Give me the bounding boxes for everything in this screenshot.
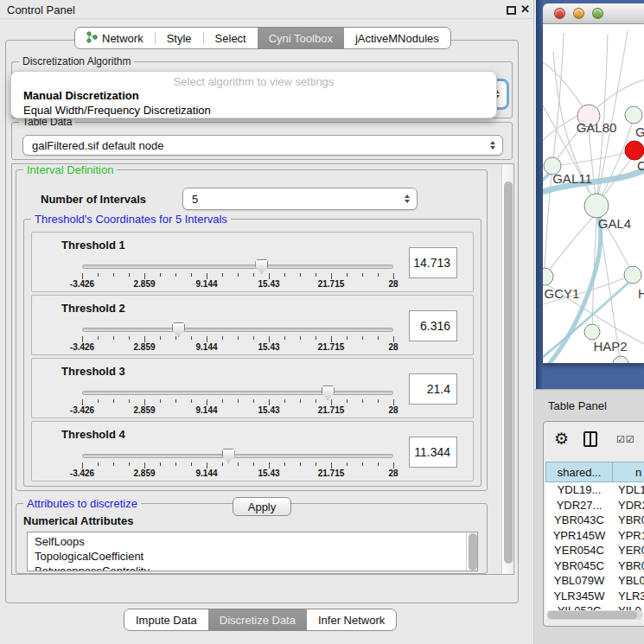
panel-title: Control Panel <box>7 3 75 16</box>
slider-tick <box>284 273 285 277</box>
slider-tick <box>378 336 379 340</box>
table-column-header-0[interactable]: shared... <box>545 462 613 482</box>
table-row[interactable]: YBR043CYBR0 <box>545 513 644 528</box>
slider-tick <box>238 336 239 340</box>
tab-cyni-toolbox[interactable]: Cyni Toolbox <box>258 28 344 48</box>
table-cell: YDR2 <box>613 498 644 513</box>
attributes-group-title: Attributes to discretize <box>23 497 141 510</box>
threshold-value-field[interactable]: 21.4 <box>409 373 457 405</box>
numerical-attributes-label: Numerical Attributes <box>23 514 133 527</box>
slider-tick-label: 2.859 <box>133 342 155 352</box>
table-row[interactable]: YLR345WYLR3 <box>545 589 644 604</box>
attributes-list-scrollbar[interactable] <box>466 532 477 571</box>
table-horizontal-scrollbar[interactable] <box>546 610 643 620</box>
table-row[interactable]: YDL19...YDL1 <box>545 482 644 498</box>
slider-tick-label: -3.426 <box>70 279 94 289</box>
tab-impute-data[interactable]: Impute Data <box>124 609 208 630</box>
network-node-hap2[interactable] <box>584 324 600 340</box>
slider-tick-label: 28 <box>388 469 398 478</box>
threshold-value-field[interactable]: 14.713 <box>409 247 457 278</box>
network-node-gcy1[interactable] <box>543 268 553 285</box>
table-cell: YPR145W <box>545 528 613 544</box>
tab-label: Infer Network <box>318 614 385 627</box>
network-node-c[interactable] <box>625 141 644 160</box>
table-row[interactable]: YDR27...YDR2 <box>545 498 644 513</box>
float-window-icon[interactable] <box>507 6 516 15</box>
tab-select[interactable]: Select <box>204 28 258 48</box>
dropdown-option-manual-discretization[interactable]: Manual Discretization <box>23 89 139 102</box>
slider-tick <box>191 336 192 340</box>
slider-tick-label: 2.859 <box>133 405 155 415</box>
slider-tick <box>82 462 83 469</box>
split-columns-icon[interactable] <box>583 431 597 447</box>
slider-tick-label: 28 <box>388 405 398 415</box>
table-cell: YER054C <box>545 543 613 558</box>
table-row[interactable]: YPR145WYPR1 <box>545 528 644 544</box>
slider-tick <box>144 273 145 279</box>
threshold-slider-thumb[interactable] <box>172 322 185 337</box>
numerical-attributes-list[interactable]: SelfLoopsTopologicalCoefficientBetweenne… <box>27 532 478 571</box>
slider-tick-label: 15.43 <box>258 279 279 289</box>
slider-tick-label: 21.715 <box>318 405 345 415</box>
slider-tick <box>82 336 83 342</box>
table-column-header-1[interactable]: n <box>613 462 644 482</box>
slider-tick-label: 15.43 <box>258 405 279 415</box>
slider-tick-label: 21.715 <box>318 342 345 352</box>
threshold-slider-track[interactable] <box>82 391 393 395</box>
tab-style[interactable]: Style <box>156 28 203 48</box>
close-icon[interactable]: ✕ <box>520 3 530 16</box>
table-cell: YBL0 <box>613 573 644 589</box>
table-row[interactable]: YER054CYER0 <box>545 543 644 558</box>
threshold-slider-thumb[interactable] <box>255 259 268 274</box>
slider-tick <box>191 462 192 466</box>
zoom-traffic-light[interactable] <box>592 8 603 19</box>
close-traffic-light[interactable] <box>554 8 565 19</box>
network-node-h[interactable] <box>624 266 641 284</box>
number-of-intervals-combobox[interactable]: 5 <box>182 188 418 210</box>
tab-infer-network[interactable]: Infer Network <box>307 609 396 630</box>
network-node-label: GAL80 <box>577 120 617 135</box>
apply-button[interactable]: Apply <box>233 497 291 516</box>
threshold-slider-track[interactable] <box>82 328 393 332</box>
slider-tick <box>160 399 161 403</box>
slider-tick <box>284 399 285 403</box>
table-row[interactable]: YBR045CYBR0 <box>545 558 644 574</box>
slider-tick <box>222 273 223 277</box>
tab-jactivemnodules[interactable]: jActiveMNodules <box>344 28 450 48</box>
dropdown-option-equal-width-frequency[interactable]: Equal Width/Frequency Discretization <box>23 104 211 117</box>
threshold-value-field[interactable]: 11.344 <box>409 437 457 468</box>
minimize-traffic-light[interactable] <box>573 8 584 19</box>
slider-tick-label: 21.715 <box>318 469 345 478</box>
slider-tick <box>300 399 301 403</box>
slider-tick-label: 28 <box>388 342 398 352</box>
network-node-gal4[interactable] <box>584 194 609 218</box>
slider-tick <box>362 462 363 466</box>
network-node[interactable] <box>613 356 628 363</box>
table-row[interactable]: YBL079WYBL0 <box>545 573 644 589</box>
table-cell: YDR27... <box>545 498 613 513</box>
slider-tick-label: 9.144 <box>195 279 217 289</box>
settings-vertical-scrollbar[interactable] <box>501 164 514 575</box>
network-canvas[interactable]: GAL80GACGAL11GAL4GCY1HHAP2 <box>543 24 644 363</box>
slider-tick <box>238 462 239 466</box>
network-node-label: GAL11 <box>552 171 592 186</box>
threshold-slider-track[interactable] <box>82 265 393 269</box>
tab-discretize-data[interactable]: Discretize Data <box>208 609 307 630</box>
table-data-combobox[interactable]: galFiltered.sif default node <box>22 135 503 156</box>
network-window-titlebar[interactable] <box>543 3 644 24</box>
threshold-value-field[interactable]: 6.316 <box>409 310 457 341</box>
threshold-slider-track[interactable] <box>82 454 393 458</box>
table-horizontal-scrollbar-thumb[interactable] <box>548 611 637 619</box>
tab-network[interactable]: Network <box>75 28 155 48</box>
slider-tick <box>347 462 348 466</box>
threshold-slider-thumb[interactable] <box>322 386 335 400</box>
threshold-slider-thumb[interactable] <box>222 449 235 463</box>
attribute-item-topologicalcoefficient[interactable]: TopologicalCoefficient <box>28 549 477 564</box>
tab-label: Select <box>215 32 246 45</box>
attribute-item-selfloops[interactable]: SelfLoops <box>28 534 477 549</box>
slider-tick <box>253 336 254 340</box>
attribute-item-betweennesscentrality[interactable]: BetweennessCentrality <box>28 564 477 571</box>
checked-boxes-icon[interactable]: ☑☑ <box>616 434 635 445</box>
settings-gear-icon[interactable]: ⚙ <box>554 429 569 449</box>
network-node-ga[interactable] <box>625 106 642 124</box>
